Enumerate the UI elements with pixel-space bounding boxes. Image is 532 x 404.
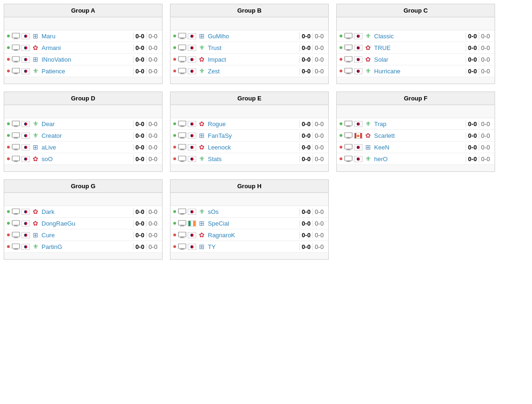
player-name[interactable]: RagnaroK — [208, 232, 299, 239]
player-name[interactable]: Trust — [208, 44, 299, 51]
svg-rect-36 — [181, 73, 184, 74]
group-b-card: Group B ⊞ GuMiho 0-0 0-0 — [170, 4, 329, 84]
player-name[interactable]: Rogue — [208, 120, 299, 128]
player-name[interactable]: Maru — [42, 33, 133, 40]
score-map: 0-0 — [146, 232, 159, 239]
score-map: 0-0 — [312, 56, 326, 63]
player-name[interactable]: FanTaSy — [208, 132, 299, 139]
player-name[interactable]: Dear — [42, 120, 133, 128]
player-row: ⚜ Classic 0-0 0-0 — [337, 30, 495, 42]
rank-dot — [7, 222, 10, 225]
score-map: 0-0 — [312, 132, 326, 139]
race-icon: ⊞ — [198, 219, 206, 227]
group-e-title: Group E — [170, 92, 328, 105]
score-map: 0-0 — [312, 120, 326, 128]
rank-dot — [340, 134, 342, 137]
player-name[interactable]: Solar — [374, 56, 466, 63]
player-name[interactable]: Stats — [208, 156, 299, 163]
player-name[interactable]: Armani — [42, 44, 133, 51]
group-a-title: Group A — [4, 4, 162, 17]
rank-dot — [340, 157, 342, 160]
player-name[interactable]: Scarlett — [374, 132, 466, 139]
svg-rect-159 — [181, 248, 184, 249]
svg-rect-61 — [14, 126, 17, 127]
svg-rect-152 — [193, 221, 196, 226]
race-icon: ⚜ — [198, 207, 206, 216]
race-icon: ⚜ — [364, 67, 372, 75]
player-row: ⚜ Trap 0-0 0-0 — [337, 118, 495, 130]
race-icon: ✿ — [364, 55, 372, 64]
player-name[interactable]: Classic — [374, 33, 466, 40]
score-win-loss: 0-0 — [299, 156, 312, 163]
player-name[interactable]: sOs — [208, 208, 299, 215]
player-name[interactable]: Patience — [42, 68, 133, 75]
group-b-subheader — [170, 17, 328, 30]
player-row: ✿ Leenock 0-0 0-0 — [170, 142, 328, 153]
player-name[interactable]: Creator — [42, 132, 133, 139]
group-c-title: Group C — [337, 4, 495, 17]
rank-dot — [173, 210, 176, 213]
rank-dot — [173, 122, 176, 125]
score-map: 0-0 — [479, 120, 492, 128]
score-win-loss: 0-0 — [133, 144, 146, 151]
svg-rect-133 — [14, 237, 17, 238]
score-map: 0-0 — [146, 44, 159, 51]
race-icon: ✿ — [364, 131, 372, 140]
race-icon: ⚜ — [198, 155, 206, 163]
svg-rect-142 — [178, 209, 186, 213]
group-a-subheader — [4, 17, 162, 30]
score-win-loss: 0-0 — [133, 232, 146, 239]
player-name[interactable]: DongRaeGu — [42, 220, 133, 227]
player-name[interactable]: Zest — [208, 68, 299, 75]
player-name[interactable]: herO — [374, 156, 466, 163]
race-icon: ⚜ — [31, 131, 40, 140]
player-name[interactable]: SpeCial — [208, 220, 299, 227]
player-name[interactable]: KeeN — [374, 144, 466, 151]
score-win-loss: 0-0 — [133, 220, 146, 227]
player-name[interactable]: Hurricane — [374, 68, 466, 75]
player-name[interactable]: Impact — [208, 56, 299, 63]
score-win-loss: 0-0 — [299, 232, 312, 239]
group-f-footer — [337, 165, 495, 171]
player-name[interactable]: GuMiho — [208, 33, 299, 40]
player-name[interactable]: Cure — [42, 232, 133, 239]
rank-dot — [173, 222, 176, 225]
score-win-loss: 0-0 — [466, 44, 479, 51]
rank-dot — [173, 35, 176, 37]
svg-rect-95 — [178, 156, 186, 161]
player-name[interactable]: Leenock — [208, 144, 299, 151]
svg-rect-85 — [178, 133, 186, 137]
player-name[interactable]: aLive — [42, 144, 133, 151]
svg-rect-158 — [178, 244, 186, 248]
group-e-footer — [170, 165, 328, 171]
rank-dot — [173, 58, 176, 61]
svg-rect-132 — [12, 232, 20, 237]
score-win-loss: 0-0 — [133, 156, 146, 163]
player-name[interactable]: TRUE — [374, 44, 466, 51]
score-win-loss: 0-0 — [133, 120, 146, 128]
svg-rect-70 — [12, 144, 20, 149]
player-name[interactable]: INnoVation — [42, 56, 133, 63]
player-name[interactable]: soO — [42, 156, 133, 163]
svg-rect-31 — [181, 61, 184, 62]
player-name[interactable]: Dark — [42, 208, 133, 215]
score-win-loss: 0-0 — [133, 33, 146, 40]
svg-rect-122 — [12, 209, 20, 213]
svg-rect-113 — [347, 149, 350, 150]
race-icon: ⚜ — [31, 120, 40, 128]
rank-dot — [7, 234, 10, 236]
player-row: ✿ Rogue 0-0 0-0 — [170, 118, 328, 130]
svg-rect-101 — [347, 126, 350, 127]
player-name[interactable]: Trap — [374, 120, 466, 128]
player-row: ⚜ Hurricane 0-0 0-0 — [337, 65, 495, 77]
score-map: 0-0 — [146, 156, 159, 163]
score-map: 0-0 — [479, 132, 492, 139]
group-c-card: Group C ⚜ Classic 0-0 0-0 — [336, 4, 495, 84]
player-name[interactable]: PartinG — [42, 243, 133, 250]
player-name[interactable]: TY — [208, 243, 299, 250]
svg-rect-45 — [345, 45, 352, 50]
rank-dot — [173, 70, 176, 72]
svg-rect-26 — [181, 50, 184, 50]
race-icon: ⊞ — [31, 231, 40, 239]
svg-rect-6 — [14, 50, 17, 50]
